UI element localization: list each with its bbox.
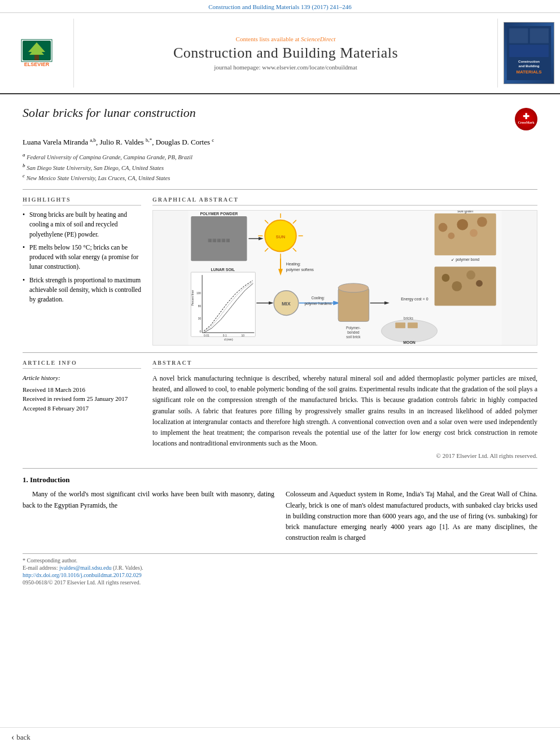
svg-text:0.1: 0.1 — [223, 334, 227, 337]
author-1-name: Luana Varela Miranda — [23, 138, 90, 146]
svg-text:ELSEVIER: ELSEVIER — [24, 62, 50, 67]
svg-text:MIX: MIX — [282, 301, 291, 307]
bottom-nav: ‹ back — [0, 727, 560, 747]
svg-rect-32 — [435, 213, 496, 255]
elsevier-logo-section: ELSEVIER — [0, 19, 73, 88]
author-2-sup: b,* — [146, 137, 152, 143]
svg-text:10: 10 — [242, 334, 245, 337]
svg-text:POLYMER POWDER: POLYMER POWDER — [200, 212, 238, 216]
svg-text:Cooling:: Cooling: — [312, 296, 325, 300]
svg-rect-73 — [408, 322, 418, 328]
doi-link[interactable]: http://dx.doi.org/10.1016/j.conbuildmat.… — [23, 572, 537, 578]
accepted-date: Accepted 8 February 2017 — [23, 404, 141, 413]
cover-image: Construction and Building MATERIALS — [504, 26, 554, 80]
svg-text:Percent finer: Percent finer — [191, 290, 194, 305]
footnote-section: * Corresponding author. E-mail address: … — [23, 553, 537, 586]
history-label: Article history: — [23, 373, 141, 383]
received-date: Received 18 March 2016 — [23, 385, 141, 395]
article-info-label: ARTICLE INFO — [23, 360, 141, 369]
abstract-column: ABSTRACT A novel brick manufacturing tec… — [152, 360, 537, 459]
graphical-abstract-column: GRAPHICAL ABSTRACT POLYMER POWDER ▦▦▦▦▦ — [152, 196, 537, 346]
divider-1 — [23, 189, 537, 190]
svg-rect-8 — [530, 28, 549, 43]
svg-text:and Building: and Building — [519, 64, 540, 68]
info-abstract-section: ARTICLE INFO Article history: Received 1… — [23, 360, 537, 459]
svg-text:d (mm): d (mm) — [224, 338, 233, 341]
svg-text:0.01: 0.01 — [204, 334, 209, 337]
svg-text:Polymer-: Polymer- — [346, 326, 361, 330]
sciencedirect-link: Contents lists available at ScienceDirec… — [236, 36, 336, 42]
corresponding-author-note: * Corresponding author. — [23, 557, 537, 563]
svg-text:SUN: SUN — [276, 234, 286, 239]
divider-2 — [23, 352, 537, 353]
svg-text:80: 80 — [198, 305, 202, 308]
back-arrow-icon: ‹ — [11, 732, 14, 742]
intro-number: 1. — [23, 475, 28, 484]
highlights-column: HIGHLIGHTS Strong bricks are built by he… — [23, 196, 141, 346]
email-link[interactable]: jvaldes@mail.sdsu.edu — [59, 565, 112, 571]
author-2-name: Julio R. Valdes — [99, 138, 145, 146]
svg-text:MATERIALS: MATERIALS — [516, 69, 541, 75]
graphical-abstract-image: POLYMER POWDER ▦▦▦▦▦ SUN — [152, 210, 537, 346]
svg-point-43 — [466, 270, 475, 279]
intro-left-para: Many of the world's most significant civ… — [23, 489, 274, 510]
top-citation-bar: Construction and Building Materials 139 … — [0, 0, 560, 13]
svg-text:↙ polymer bond: ↙ polymer bond — [451, 257, 479, 262]
author-3-name: Douglas D. Cortes — [156, 138, 212, 146]
issn-line: 0950-0618/© 2017 Elsevier Ltd. All right… — [23, 579, 537, 586]
page-wrapper: Construction and Building Materials 139 … — [0, 0, 560, 747]
highlights-label: HIGHLIGHTS — [23, 196, 141, 206]
svg-text:▦▦▦▦▦: ▦▦▦▦▦ — [208, 238, 230, 243]
svg-text:polymer hardens: polymer hardens — [304, 302, 331, 306]
contents-text: Contents lists available at — [236, 36, 301, 42]
svg-point-36 — [457, 219, 468, 230]
highlight-item-2: PE melts below 150 °C; bricks can be pro… — [23, 243, 141, 272]
elsevier-logo-img: ELSEVIER — [11, 38, 62, 69]
back-button[interactable]: ‹ back — [11, 732, 30, 742]
svg-rect-7 — [509, 28, 528, 43]
svg-point-37 — [470, 229, 478, 237]
svg-text:polymer softens: polymer softens — [286, 268, 314, 272]
author-3-sup: c — [212, 137, 214, 143]
affiliation-c: c New Mexico State University, Las Cruce… — [23, 172, 537, 182]
svg-rect-72 — [395, 322, 405, 328]
sciencedirect-label[interactable]: ScienceDirect — [301, 36, 335, 42]
intro-title: Introduction — [30, 475, 70, 484]
intro-heading: 1. Introduction — [23, 475, 537, 484]
journal-cover-thumbnail: Construction and Building MATERIALS — [504, 22, 554, 84]
abstract-text: A novel brick manufacturing technique is… — [152, 373, 537, 449]
svg-text:Heating:: Heating: — [286, 262, 301, 267]
journal-header-center: Contents lists available at ScienceDirec… — [73, 19, 498, 88]
divider-3 — [23, 468, 537, 469]
article-info-content: Article history: Received 18 March 2016 … — [23, 373, 141, 413]
svg-point-34 — [439, 223, 448, 232]
revised-date: Received in revised form 25 January 2017 — [23, 394, 141, 404]
abstract-label: ABSTRACT — [152, 360, 537, 369]
journal-cover-section: Construction and Building MATERIALS — [498, 19, 560, 88]
journal-citation: Construction and Building Materials 139 … — [208, 3, 352, 10]
crossmark-badge[interactable]: ✚ CrossMark — [515, 108, 537, 130]
journal-homepage: journal homepage: www.elsevier.com/locat… — [214, 64, 357, 71]
svg-text:Construction: Construction — [518, 59, 540, 63]
svg-point-38 — [477, 217, 487, 227]
svg-text:0: 0 — [199, 330, 201, 333]
svg-rect-64 — [338, 288, 369, 321]
elsevier-logo: ELSEVIER — [11, 38, 62, 69]
svg-text:bonded: bonded — [347, 330, 360, 334]
email-name: (J.R. Valdes). — [113, 565, 143, 571]
affiliation-b: b San Diego State University, San Diego,… — [23, 162, 537, 172]
affiliations: a Federal University of Campina Grande, … — [23, 151, 537, 182]
intro-left-column: Many of the world's most significant civ… — [23, 489, 274, 548]
svg-rect-40 — [435, 267, 496, 305]
svg-point-41 — [442, 274, 450, 282]
email-note: E-mail address: jvaldes@mail.sdsu.edu (J… — [23, 565, 537, 571]
highlight-item-3: Brick strength is proportional to maximu… — [23, 276, 141, 305]
article-info-column: ARTICLE INFO Article history: Received 1… — [23, 360, 141, 459]
svg-text:Energy cost = 0: Energy cost = 0 — [401, 297, 428, 302]
graphical-abstract-svg: POLYMER POWDER ▦▦▦▦▦ SUN — [153, 211, 537, 345]
article-title: Solar bricks for lunar construction — [23, 106, 509, 120]
crossmark-label: ✚ CrossMark — [518, 113, 534, 125]
svg-point-35 — [448, 233, 454, 239]
svg-point-44 — [476, 280, 483, 287]
back-label: back — [16, 733, 30, 742]
